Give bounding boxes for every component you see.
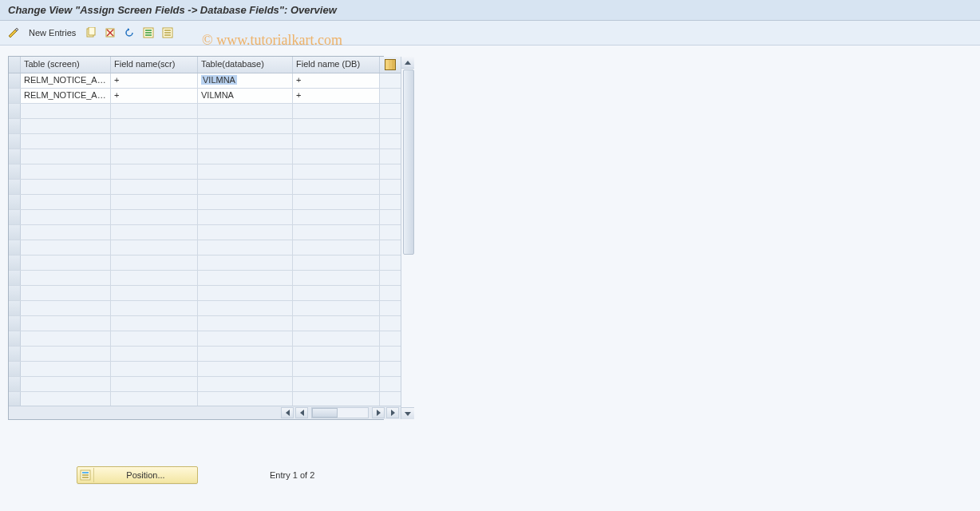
table-cell[interactable] xyxy=(198,392,293,406)
table-cell[interactable] xyxy=(21,286,111,300)
table-cell[interactable] xyxy=(21,164,111,179)
row-selector[interactable] xyxy=(9,164,21,179)
table-cell[interactable] xyxy=(111,301,198,315)
table-config-button[interactable] xyxy=(380,57,401,73)
hscroll-last-button[interactable] xyxy=(386,407,399,418)
table-cell[interactable] xyxy=(21,149,111,164)
row-selector[interactable] xyxy=(9,210,21,224)
table-cell[interactable] xyxy=(21,301,111,315)
table-cell[interactable] xyxy=(293,362,380,376)
table-cell[interactable] xyxy=(198,180,293,194)
table-cell[interactable] xyxy=(198,104,293,118)
table-cell[interactable] xyxy=(293,256,380,270)
row-selector[interactable] xyxy=(9,104,21,118)
row-selector[interactable] xyxy=(9,119,21,133)
table-cell[interactable] xyxy=(293,316,380,331)
table-cell[interactable] xyxy=(111,225,198,240)
table-cell[interactable]: + xyxy=(111,89,198,103)
row-selector[interactable] xyxy=(9,286,21,300)
table-cell[interactable] xyxy=(198,271,293,285)
row-selector[interactable] xyxy=(9,256,21,270)
table-cell[interactable] xyxy=(111,119,198,133)
row-selector[interactable] xyxy=(9,377,21,391)
table-cell[interactable] xyxy=(293,134,380,149)
row-selector[interactable] xyxy=(9,195,21,209)
table-cell[interactable] xyxy=(111,149,198,164)
table-cell[interactable]: + xyxy=(293,73,380,88)
table-cell[interactable] xyxy=(111,240,198,255)
table-cell[interactable] xyxy=(21,119,111,133)
table-cell[interactable] xyxy=(198,240,293,255)
table-cell[interactable] xyxy=(293,347,380,361)
row-selector[interactable] xyxy=(9,271,21,285)
table-cell[interactable] xyxy=(111,256,198,270)
table-cell[interactable] xyxy=(293,210,380,224)
table-cell[interactable] xyxy=(293,286,380,300)
row-selector[interactable] xyxy=(9,347,21,361)
table-cell[interactable] xyxy=(293,301,380,315)
table-cell[interactable] xyxy=(21,240,111,255)
table-cell[interactable] xyxy=(293,271,380,285)
table-cell[interactable]: RELM_NOTICE_AS… xyxy=(21,73,111,88)
table-cell[interactable] xyxy=(198,347,293,361)
table-cell[interactable] xyxy=(293,392,380,406)
select-all-icon[interactable] xyxy=(141,26,156,40)
hscroll-first-button[interactable] xyxy=(281,407,294,418)
table-cell[interactable] xyxy=(21,104,111,118)
table-cell[interactable] xyxy=(293,180,380,194)
table-cell[interactable] xyxy=(21,271,111,285)
toggle-edit-icon[interactable] xyxy=(6,26,21,40)
table-cell[interactable] xyxy=(198,362,293,376)
table-cell[interactable] xyxy=(198,164,293,179)
row-selector[interactable] xyxy=(9,331,21,346)
table-cell[interactable] xyxy=(111,347,198,361)
hscroll-track[interactable] xyxy=(311,407,369,418)
table-cell[interactable] xyxy=(198,331,293,346)
row-selector[interactable] xyxy=(9,316,21,331)
table-cell[interactable]: + xyxy=(111,73,198,88)
table-cell[interactable] xyxy=(111,210,198,224)
table-cell[interactable] xyxy=(198,256,293,270)
table-cell[interactable] xyxy=(21,331,111,346)
table-cell[interactable] xyxy=(111,392,198,406)
table-cell[interactable] xyxy=(293,377,380,391)
row-selector-header[interactable] xyxy=(9,57,21,73)
hscroll-left-button[interactable] xyxy=(295,407,308,418)
row-selector[interactable] xyxy=(9,180,21,194)
table-cell[interactable] xyxy=(21,256,111,270)
hscroll-right-button[interactable] xyxy=(372,407,385,418)
table-cell[interactable] xyxy=(293,331,380,346)
vscroll-up-button[interactable] xyxy=(401,57,414,69)
table-cell[interactable] xyxy=(198,149,293,164)
undo-icon[interactable] xyxy=(122,26,136,40)
table-cell[interactable] xyxy=(111,164,198,179)
table-cell[interactable] xyxy=(198,119,293,133)
table-cell[interactable] xyxy=(111,134,198,149)
table-cell[interactable] xyxy=(198,286,293,300)
table-cell[interactable] xyxy=(111,377,198,391)
table-cell[interactable] xyxy=(21,392,111,406)
table-cell[interactable] xyxy=(293,225,380,240)
row-selector[interactable] xyxy=(9,134,21,149)
deselect-all-icon[interactable] xyxy=(160,26,175,40)
table-cell[interactable] xyxy=(293,195,380,209)
column-header-table-screen[interactable]: Table (screen) xyxy=(21,57,111,73)
row-selector[interactable] xyxy=(9,392,21,406)
table-cell[interactable] xyxy=(21,316,111,331)
row-selector[interactable] xyxy=(9,73,21,88)
position-button[interactable]: Position... xyxy=(77,466,198,484)
table-cell[interactable] xyxy=(198,195,293,209)
delete-icon[interactable] xyxy=(103,26,117,40)
vscroll-down-button[interactable] xyxy=(401,407,414,419)
table-cell[interactable] xyxy=(198,316,293,331)
row-selector[interactable] xyxy=(9,89,21,103)
table-cell[interactable] xyxy=(293,119,380,133)
hscroll-thumb[interactable] xyxy=(312,408,338,418)
table-cell[interactable] xyxy=(111,286,198,300)
table-cell[interactable]: + xyxy=(293,89,380,103)
row-selector[interactable] xyxy=(9,362,21,376)
vscroll-thumb[interactable] xyxy=(403,69,414,255)
table-cell[interactable] xyxy=(198,225,293,240)
table-cell[interactable] xyxy=(111,331,198,346)
table-cell[interactable] xyxy=(21,347,111,361)
